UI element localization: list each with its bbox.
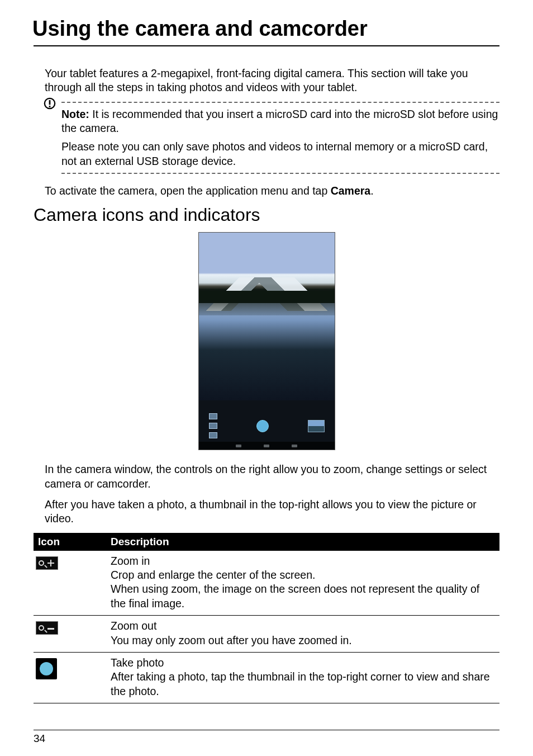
intro-paragraph: Your tablet features a 2-megapixel, fron…: [45, 67, 499, 95]
dashed-bottom: [61, 173, 499, 174]
zoom-in-title: Zoom in: [111, 555, 150, 567]
note-text-2: Please note you can only save photos and…: [61, 140, 499, 168]
take-photo-icon: [36, 658, 57, 679]
table-row: Zoom in Crop and enlarge the center of t…: [34, 551, 499, 616]
camera-app-screenshot: [198, 232, 335, 450]
screenshot-container: [34, 232, 499, 452]
zoom-in-icon: [36, 556, 58, 570]
viewfinder-image: [199, 233, 335, 400]
col-icon: Icon: [34, 533, 106, 551]
warning-icon: [44, 97, 56, 110]
icon-description-table: Icon Description Zoom in Crop and enlarg…: [34, 533, 499, 703]
page-number: 34: [34, 730, 499, 745]
nav-bar: [199, 442, 335, 450]
body-para-1: In the camera window, the controls on th…: [45, 462, 499, 491]
activate-line: To activate the camera, open the applica…: [45, 184, 499, 198]
zoom-in-line1: Crop and enlarge the center of the scree…: [111, 569, 315, 581]
zoom-out-desc: Zoom out You may only zoom out after you…: [106, 616, 499, 653]
section-heading: Camera icons and indicators: [34, 205, 499, 225]
video-mode-icon: [209, 423, 217, 429]
zoom-out-title: Zoom out: [111, 620, 156, 632]
col-description: Description: [106, 533, 499, 551]
take-photo-line: After taking a photo, tap the thumbnail …: [111, 670, 490, 697]
activate-post: .: [370, 185, 373, 197]
svg-rect-2: [49, 106, 51, 107]
note-box: Note: It is recommended that you insert …: [45, 102, 499, 174]
table-row: Zoom out You may only zoom out after you…: [34, 616, 499, 653]
camera-controls-row: [199, 413, 335, 438]
camera-mode-icon: [209, 413, 217, 419]
table-row: Take photo After taking a photo, tap the…: [34, 652, 499, 703]
take-photo-title: Take photo: [111, 656, 164, 669]
mode-selector: [209, 413, 217, 438]
page-title: Using the camera and camcorder: [32, 17, 499, 41]
shutter-button-icon: [256, 420, 269, 432]
note-label: Note:: [61, 108, 89, 120]
activate-pre: To activate the camera, open the applica…: [45, 185, 331, 197]
svg-rect-1: [49, 100, 51, 105]
thumbnail-preview-icon: [308, 420, 325, 432]
zoom-out-icon: [36, 621, 58, 635]
zoom-out-line: You may only zoom out after you have zoo…: [111, 634, 352, 646]
take-photo-desc: Take photo After taking a photo, tap the…: [106, 652, 499, 703]
body-para-2: After you have taken a photo, a thumbnai…: [45, 498, 499, 526]
table-header-row: Icon Description: [34, 533, 499, 551]
note-line-1: It is recommended that you insert a micr…: [61, 108, 498, 134]
activate-bold: Camera: [331, 185, 371, 197]
title-divider: [34, 45, 499, 46]
note-text-1: Note: It is recommended that you insert …: [61, 107, 499, 136]
zoom-in-line2: When using zoom, the image on the screen…: [111, 583, 479, 609]
zoom-in-desc: Zoom in Crop and enlarge the center of t…: [106, 551, 499, 616]
dashed-top: [61, 102, 499, 103]
panorama-mode-icon: [209, 432, 217, 438]
